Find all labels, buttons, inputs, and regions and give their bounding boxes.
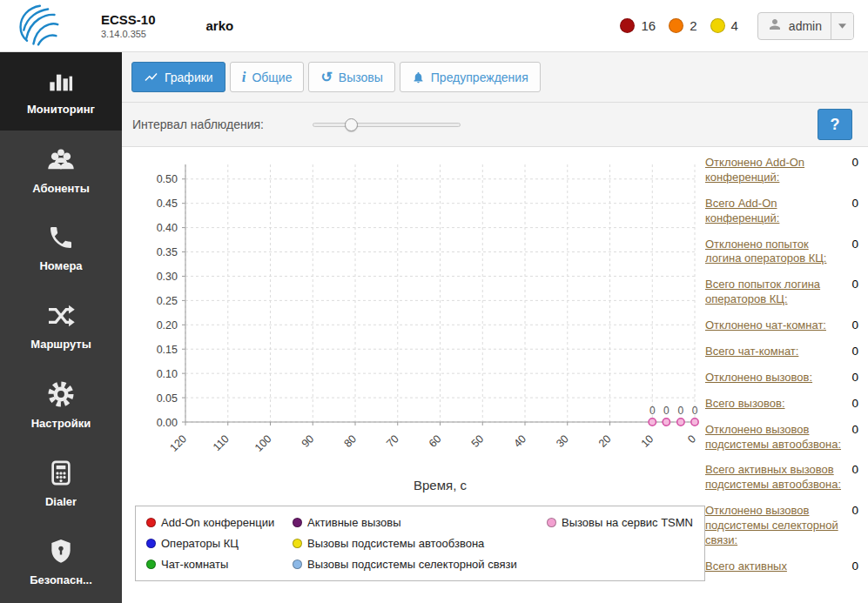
stat-item: Всего активных вызовов подсистемы автооб… [705,463,858,492]
alarm-major-count: 2 [690,18,696,33]
sidebar-item-label: Мониторинг [27,103,95,116]
stat-link[interactable]: Всего активных [705,559,844,574]
shield-icon [47,537,75,566]
stat-link[interactable]: Всего Add-On конференций: [705,197,844,226]
sidebar-item-routes[interactable]: Маршруты [0,287,122,365]
help-button[interactable]: ? [818,109,852,140]
keypad-icon [47,459,75,487]
stat-item: Всего попыток логина операторов КЦ: 0 [705,278,858,307]
svg-text:0: 0 [692,405,698,417]
legend-label: Активные вызовы [307,516,401,529]
legend-color-dot [547,518,556,527]
legend-color-dot [146,539,156,548]
svg-text:0.05: 0.05 [157,392,178,405]
stat-link[interactable]: Всего чат-комнат: [705,345,844,359]
legend-color-dot [293,518,302,527]
legend-label: Вызовы на сервис TSMN [562,516,693,529]
stat-value: 0 [850,238,858,251]
stat-item: Всего чат-комнат: 0 [705,345,858,359]
legend-color-dot [146,518,156,527]
history-icon: ↺ [320,70,332,84]
legend-item-cc-operators[interactable]: Операторы КЦ [146,537,293,550]
chart-column: 0.000.050.100.150.200.250.300.350.400.45… [135,152,705,603]
bell-icon [412,70,425,84]
stat-link[interactable]: Отклонено вызовов подсистемы автообзвона… [705,423,844,452]
user-menu-toggle[interactable] [831,13,853,39]
tab-graphs[interactable]: Графики [131,62,225,92]
app-root: ECSS-10 3.14.0.355 arko 16 2 4 [0,0,868,603]
stat-link[interactable]: Отклонено чат-комнат: [705,318,844,333]
stat-item: Отклонено вызовов подсистемы селекторной… [705,504,858,548]
sidebar-item-label: Настройки [31,417,91,430]
stat-link[interactable]: Отклонено вызовов подсистемы селекторной… [705,504,844,548]
stat-link[interactable]: Всего попыток логина операторов КЦ: [705,278,844,307]
legend-item-autodial-calls[interactable]: Вызовы подсистемы автообзвона [293,537,547,550]
stat-value: 0 [850,197,858,210]
user-menu[interactable]: admin [757,12,854,40]
stat-value: 0 [850,371,858,384]
svg-text:80: 80 [341,432,359,450]
sidebar: Мониторинг Абоненты [0,52,122,603]
svg-text:Время, с: Время, с [414,478,467,492]
sidebar-item-label: Dialer [45,495,77,508]
phone-icon [47,224,75,251]
legend-color-dot [293,539,302,548]
tab-general[interactable]: i Общие [230,62,305,92]
stat-value: 0 [850,278,858,291]
alarm-minor[interactable]: 4 [710,18,738,33]
stat-value: 0 [850,463,858,476]
tab-label: Предупреждения [431,70,528,84]
info-icon: i [242,70,246,84]
chevron-down-icon [838,23,846,29]
sidebar-item-label: Безопасн... [30,573,92,586]
stat-value: 0 [850,318,858,332]
alarm-major[interactable]: 2 [669,18,696,33]
svg-text:0.30: 0.30 [157,271,178,283]
shuffle-icon [45,302,77,330]
body: Мониторинг Абоненты [0,52,868,603]
sidebar-item-monitoring[interactable]: Мониторинг [0,52,122,131]
sidebar-item-dialer[interactable]: Dialer [0,444,122,522]
stat-link[interactable]: Всего активных вызовов подсистемы автооб… [705,463,844,492]
stat-item: Отклонено попыток логина операторов КЦ: … [705,238,858,267]
legend-label: Вызовы подсистемы селекторной связи [307,558,517,571]
legend-item-active-calls[interactable]: Активные вызовы [293,516,547,529]
content-area: 0.000.050.100.150.200.250.300.350.400.45… [122,147,868,603]
stat-link[interactable]: Отклонено Add-On конференций: [705,156,844,185]
sidebar-item-security[interactable]: Безопасн... [0,522,122,600]
stat-value: 0 [850,397,858,410]
system-name: arko [206,18,234,33]
sidebar-item-settings[interactable]: Настройки [0,365,122,444]
svg-text:0.00: 0.00 [157,417,178,429]
svg-text:0.15: 0.15 [157,344,178,356]
svg-text:0.10: 0.10 [157,368,178,380]
stat-item: Всего вызовов: 0 [705,397,858,412]
alarm-critical[interactable]: 16 [620,18,656,33]
legend-label: Операторы КЦ [161,537,239,550]
svg-text:60: 60 [427,432,444,450]
svg-text:0: 0 [685,432,698,446]
legend-item-conference-calls[interactable]: Вызовы подсистемы селекторной связи [293,558,547,571]
legend-label: Вызовы подсистемы автообзвона [307,537,484,550]
interval-slider-track[interactable] [313,123,461,127]
tab-calls[interactable]: ↺ Вызовы [308,62,394,92]
stat-link[interactable]: Отклонено вызовов: [705,371,844,385]
interval-slider-thumb[interactable] [345,118,358,131]
sidebar-item-numbers[interactable]: Номера [0,209,122,287]
user-menu-main[interactable]: admin [758,13,831,39]
stat-link[interactable]: Отклонено попыток логина операторов КЦ: [705,238,844,267]
svg-text:50: 50 [469,432,487,450]
legend-item-addon-conf[interactable]: Add-On конференции [146,516,293,529]
tab-warnings[interactable]: Предупреждения [400,62,541,92]
svg-text:0: 0 [663,405,670,417]
interval-label: Интервал наблюдения: [132,117,264,131]
legend-item-chat-rooms[interactable]: Чат-комнаты [146,558,293,571]
interval-slider[interactable] [313,118,461,131]
app-identity: ECSS-10 3.14.0.355 [101,12,156,39]
legend-label: Add-On конференции [161,516,274,529]
stat-link[interactable]: Всего вызовов: [705,397,844,412]
svg-text:90: 90 [299,432,317,450]
sidebar-item-subscribers[interactable]: Абоненты [0,131,122,209]
legend-item-tsmn-calls[interactable]: Вызовы на сервис TSMN [547,516,694,529]
sidebar-item-label: Номера [39,259,82,272]
